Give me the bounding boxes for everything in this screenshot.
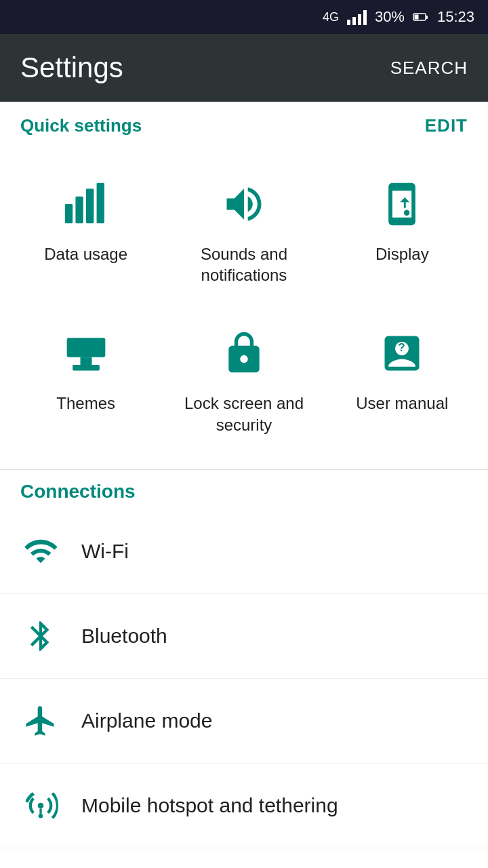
list-item-bluetooth[interactable]: Bluetooth xyxy=(0,594,488,679)
svg-point-12 xyxy=(39,814,43,818)
svg-rect-6 xyxy=(96,183,104,224)
quick-settings-header: Quick settings EDIT xyxy=(0,102,488,143)
svg-text:?: ? xyxy=(399,342,405,355)
time-display: 15:23 xyxy=(437,8,474,26)
wifi-icon xyxy=(20,531,61,572)
data-usage-icon xyxy=(59,177,113,231)
list-item-airplane[interactable]: Airplane mode xyxy=(0,679,488,764)
edit-button[interactable]: EDIT xyxy=(425,115,468,136)
quick-settings-grid: Data usage Sounds and notifications Disp… xyxy=(0,143,488,469)
manual-icon: ? xyxy=(375,326,429,380)
network-type: 4G xyxy=(323,10,339,24)
list-item-data-usage[interactable]: Data usage xyxy=(0,848,488,868)
svg-rect-8 xyxy=(66,338,105,357)
svg-rect-10 xyxy=(73,365,100,371)
list-item-wifi[interactable]: Wi-Fi xyxy=(0,509,488,594)
svg-rect-9 xyxy=(80,357,92,365)
quick-item-data-usage[interactable]: Data usage xyxy=(7,157,165,306)
display-icon xyxy=(375,177,429,231)
connections-header: Connections xyxy=(0,469,488,509)
signal-icon xyxy=(347,9,367,25)
quick-item-display[interactable]: Display xyxy=(323,157,481,306)
page-title: Settings xyxy=(20,52,123,84)
themes-icon xyxy=(59,326,113,380)
quick-label-lock: Lock screen and security xyxy=(171,393,316,435)
svg-point-7 xyxy=(404,210,410,216)
airplane-icon xyxy=(20,701,61,741)
quick-label-display: Display xyxy=(375,243,429,264)
quick-label-sounds: Sounds and notifications xyxy=(171,243,316,285)
search-button[interactable]: SEARCH xyxy=(390,58,468,79)
airplane-label: Airplane mode xyxy=(81,709,212,732)
quick-label-themes: Themes xyxy=(56,393,115,414)
quick-label-data-usage: Data usage xyxy=(44,243,127,264)
hotspot-label: Mobile hotspot and tethering xyxy=(81,794,338,817)
hotspot-icon xyxy=(20,785,61,826)
quick-item-themes[interactable]: Themes xyxy=(7,306,165,455)
bluetooth-icon xyxy=(20,616,61,656)
svg-rect-1 xyxy=(414,15,418,20)
svg-rect-5 xyxy=(86,189,94,223)
battery-icon xyxy=(413,9,429,25)
app-header: Settings SEARCH xyxy=(0,34,488,102)
quick-item-manual[interactable]: ? User manual xyxy=(323,306,481,455)
quick-item-sounds[interactable]: Sounds and notifications xyxy=(165,157,323,306)
battery-percent: 30% xyxy=(375,8,405,26)
quick-settings-title: Quick settings xyxy=(20,115,142,136)
wifi-label: Wi-Fi xyxy=(81,540,129,563)
connections-title: Connections xyxy=(20,481,136,502)
sound-icon xyxy=(217,177,271,231)
bluetooth-label: Bluetooth xyxy=(81,625,167,648)
status-bar: 4G 30% 15:23 xyxy=(0,0,488,34)
list-item-hotspot[interactable]: Mobile hotspot and tethering xyxy=(0,764,488,848)
svg-rect-2 xyxy=(426,16,428,19)
lock-icon xyxy=(217,326,271,380)
svg-rect-4 xyxy=(75,197,83,224)
quick-label-manual: User manual xyxy=(356,393,448,414)
svg-rect-3 xyxy=(64,204,72,223)
quick-item-lock[interactable]: Lock screen and security xyxy=(165,306,323,455)
